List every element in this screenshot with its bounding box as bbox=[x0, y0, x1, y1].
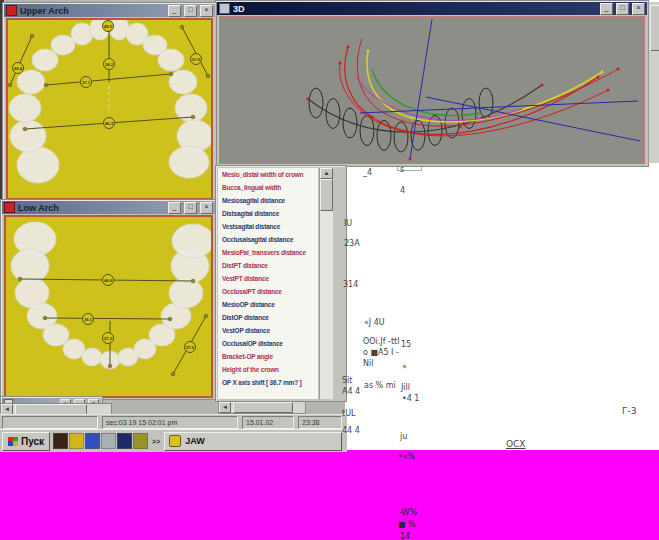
menu-item-15[interactable]: Height of the crown bbox=[218, 363, 318, 376]
low-arch-titlebar[interactable]: Low Arch _ □ × bbox=[2, 201, 215, 214]
scan-text-fragment: ju bbox=[400, 432, 407, 441]
menu-item-14[interactable]: Bracket-OP angle bbox=[218, 350, 318, 363]
minimize-button[interactable]: _ bbox=[168, 202, 181, 214]
scan-text-fragment: OOi.Jf -ttl bbox=[363, 337, 399, 346]
taskbar-overflow-chevron[interactable]: >> bbox=[150, 438, 162, 445]
3d-canvas[interactable] bbox=[219, 16, 645, 164]
menu-item-4[interactable]: Vestsagital distance bbox=[218, 220, 318, 233]
jaw-app-icon bbox=[169, 435, 181, 447]
menu-item-13[interactable]: OcclusalOP distance bbox=[218, 337, 318, 350]
red-marker bbox=[346, 45, 349, 48]
low-arch-window: Low Arch _ □ × 44.636.127.237.6 bbox=[0, 199, 217, 400]
quick-launch-icon-4[interactable] bbox=[101, 433, 116, 449]
measurement-endpoint bbox=[43, 316, 47, 320]
status-panel-date: 15.01.02 bbox=[242, 416, 294, 429]
close-button[interactable]: × bbox=[200, 202, 213, 214]
menu-item-11[interactable]: DistOP distance bbox=[218, 311, 318, 324]
menu-item-3[interactable]: Distsagital distance bbox=[218, 207, 318, 220]
measurement-endpoint bbox=[23, 127, 27, 131]
menu-horizontal-scrollbar[interactable]: ◄ bbox=[218, 401, 306, 414]
badge-value: 57.6 bbox=[192, 57, 201, 62]
scroll-up-arrow[interactable]: ▲ bbox=[320, 168, 333, 179]
badge-value: 34.2 bbox=[105, 62, 114, 67]
scan-text-fragment: IU bbox=[344, 219, 352, 228]
quick-launch-icon-2[interactable] bbox=[69, 433, 84, 449]
minimize-button[interactable]: _ bbox=[600, 3, 613, 15]
menu-item-5[interactable]: Occlusalsagital distance bbox=[218, 233, 318, 246]
3d-titlebar[interactable]: 3D _ □ × bbox=[217, 2, 647, 15]
quick-launch-icon-3[interactable] bbox=[85, 433, 100, 449]
scan-text-fragment: _4 bbox=[363, 168, 372, 177]
low-arch-title: Low Arch bbox=[18, 203, 165, 213]
quick-launch-icon-1[interactable] bbox=[53, 433, 68, 449]
close-button[interactable]: × bbox=[632, 3, 645, 15]
measurement-badge: 46.3 bbox=[104, 118, 115, 129]
taskbar-jaw-button[interactable]: JAW bbox=[164, 432, 342, 451]
tooth-wireframe bbox=[394, 122, 408, 152]
red-marker bbox=[458, 125, 461, 128]
upper-arch-canvas[interactable]: 49.534.237.146.349.457.6 bbox=[6, 18, 213, 200]
scan-text-fragment: 314 bbox=[343, 280, 358, 289]
measurement-badge: 37.1 bbox=[81, 77, 92, 88]
right-scrollbar[interactable] bbox=[648, 2, 659, 163]
menu-item-2[interactable]: Mesiosagital distance bbox=[218, 194, 318, 207]
tooth bbox=[82, 348, 102, 366]
measurement-endpoint bbox=[191, 279, 195, 283]
scrollbar-thumb[interactable] bbox=[320, 179, 333, 211]
scrollbar-thumb[interactable] bbox=[233, 402, 293, 413]
quick-launch-icon-5[interactable] bbox=[117, 433, 132, 449]
status-panel-time: 23:38 bbox=[298, 416, 342, 429]
measurement-badge: 49.4 bbox=[13, 63, 24, 74]
minimize-button[interactable]: _ bbox=[168, 5, 181, 17]
tooth bbox=[169, 146, 209, 178]
badge-value: 36.1 bbox=[84, 317, 93, 322]
measurement-endpoint bbox=[30, 34, 34, 38]
badge-value: 49.5 bbox=[104, 24, 113, 29]
scrollbar-thumb[interactable] bbox=[650, 5, 659, 51]
3d-wireframe bbox=[220, 17, 642, 161]
scan-text-fragment: Sit bbox=[342, 376, 352, 385]
scan-text-fragment: tUL bbox=[342, 409, 355, 418]
low-arch-canvas[interactable]: 44.636.127.237.6 bbox=[4, 215, 213, 398]
scan-text-fragment: •4 1 bbox=[402, 394, 419, 403]
3d-window-title: 3D bbox=[233, 4, 597, 14]
badge-value: 27.2 bbox=[104, 336, 113, 341]
menu-item-7[interactable]: DistPT distance bbox=[218, 259, 318, 272]
upper-arch-diagram: 49.534.237.146.349.457.6 bbox=[8, 20, 211, 198]
measurement-endpoint bbox=[206, 74, 210, 78]
tooth bbox=[17, 147, 59, 183]
scroll-left-arrow[interactable]: ◄ bbox=[219, 402, 231, 413]
close-button[interactable]: × bbox=[200, 5, 213, 17]
quick-launch-icon-6[interactable] bbox=[133, 433, 148, 449]
scan-text-fragment: •«% bbox=[398, 452, 415, 461]
taskbar: Пуск >> JAW bbox=[0, 429, 347, 452]
red-marker bbox=[408, 157, 411, 160]
measurement-endpoint bbox=[204, 314, 208, 318]
tooth bbox=[169, 70, 197, 94]
menu-item-6[interactable]: MesioPal_transvers distance bbox=[218, 246, 318, 259]
measurement-badge: 44.6 bbox=[103, 275, 114, 286]
scan-text-fragment: « bbox=[402, 362, 407, 371]
menu-item-16[interactable]: OP X axis shift [ 36.7 mm? ] bbox=[218, 376, 318, 389]
maximize-button[interactable]: □ bbox=[184, 5, 197, 17]
measurement-badge: 36.1 bbox=[83, 314, 94, 325]
menu-item-1[interactable]: Bucca_lingual width bbox=[218, 181, 318, 194]
measurement-badge: 34.2 bbox=[104, 59, 115, 70]
upper-arch-titlebar[interactable]: Upper Arch _ □ × bbox=[4, 4, 215, 17]
maximize-button[interactable]: □ bbox=[616, 3, 629, 15]
start-button[interactable]: Пуск bbox=[2, 432, 50, 451]
scan-text-fragment: 14 bbox=[400, 532, 410, 540]
scan-text-fragment: -W% bbox=[399, 508, 417, 517]
tooth bbox=[17, 70, 45, 94]
menu-item-9[interactable]: OcclusalPT distance bbox=[218, 285, 318, 298]
menu-item-0[interactable]: Mesio_distal width of crown bbox=[218, 168, 318, 181]
measurement-menu-window: Mesio_distal width of crownBucca_lingual… bbox=[215, 165, 347, 402]
menu-item-10[interactable]: MesioOP distance bbox=[218, 298, 318, 311]
measurement-endpoint bbox=[169, 72, 173, 76]
menu-item-8[interactable]: VestPT distance bbox=[218, 272, 318, 285]
menu-item-12[interactable]: VestOP distance bbox=[218, 324, 318, 337]
maximize-button[interactable]: □ bbox=[184, 202, 197, 214]
status-panel-blank bbox=[2, 416, 98, 429]
measurement-badge: 57.6 bbox=[191, 54, 202, 65]
menu-vertical-scrollbar[interactable]: ▲ bbox=[319, 168, 333, 399]
